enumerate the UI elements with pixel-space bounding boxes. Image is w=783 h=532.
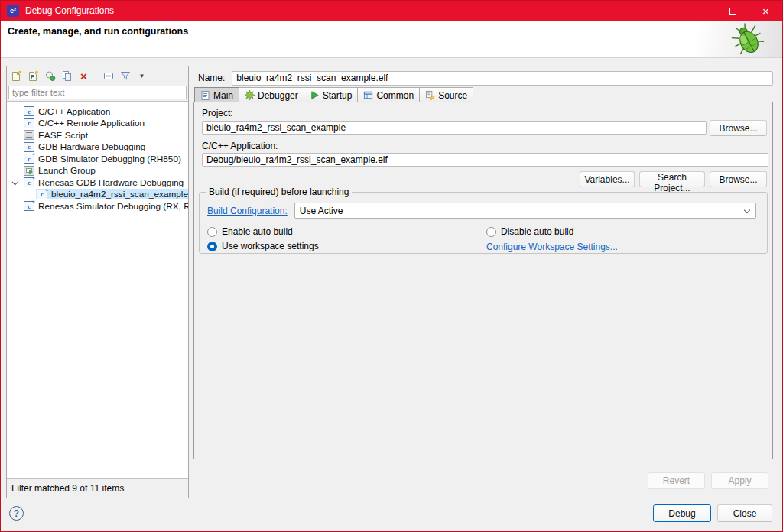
project-input[interactable] (202, 121, 707, 135)
close-dialog-button[interactable]: Close (717, 504, 772, 522)
radio-selected-icon[interactable] (207, 242, 217, 251)
chevron-down-icon[interactable] (11, 179, 18, 185)
filter-input[interactable] (8, 86, 187, 99)
tab-label: Main (213, 90, 233, 101)
build-configuration-value: Use Active (300, 206, 343, 216)
configuration-editor: Name: Main Debugger Startup C (193, 66, 773, 498)
export-launch-configurations-icon[interactable] (44, 70, 57, 83)
common-table-icon (363, 90, 373, 100)
tab-label: Debugger (258, 90, 298, 101)
minimize-icon (697, 11, 704, 11)
application-label: C/C++ Application: (202, 141, 278, 151)
tree-item-label: EASE Script (38, 130, 88, 141)
radio-label: Disable auto build (501, 226, 573, 237)
tree-item-label: bleuio_ra4m2_rssi_scan_example.elf (51, 189, 188, 200)
tab-debugger[interactable]: Debugger (239, 87, 304, 102)
application-browse-button[interactable]: Browse... (710, 171, 767, 187)
launch-group-icon (24, 166, 34, 176)
revert-button[interactable]: Revert (648, 472, 705, 489)
c-simulator-icon (24, 201, 34, 211)
debug-button[interactable]: Debug (653, 504, 711, 522)
e2studio-app-icon: e² (7, 5, 19, 17)
c-application-icon (24, 118, 34, 128)
tab-label: Startup (323, 90, 353, 101)
build-configuration-select[interactable]: Use Active (294, 203, 756, 219)
chevron-down-icon (744, 207, 750, 213)
duplicate-launch-configuration-icon[interactable] (60, 70, 73, 83)
enable-auto-build-radio[interactable]: Enable auto build (207, 226, 293, 237)
name-label: Name: (198, 73, 225, 83)
debugger-icon (245, 90, 255, 100)
tab-label: Source (438, 90, 467, 101)
tab-startup[interactable]: Startup (304, 87, 359, 102)
configurations-sidebar: P × ▼ C/C++ Applicati (6, 66, 189, 498)
collapse-all-icon[interactable] (102, 70, 115, 83)
tree-item-label: GDB Hardware Debugging (38, 141, 145, 152)
view-menu-icon[interactable]: ▼ (135, 70, 148, 83)
tree-item-ease-script[interactable]: EASE Script (7, 129, 188, 141)
dialog-footer: ? Debug Close (1, 498, 782, 531)
tree-item-renesas-simulator-debugging[interactable]: Renesas Simulator Debugging (RX, RL78) (7, 200, 188, 212)
minimize-button[interactable] (684, 1, 716, 21)
disable-auto-build-radio[interactable]: Disable auto build (486, 226, 573, 237)
tree-item-gdb-simulator-debugging[interactable]: GDB Simulator Debugging (RH850) (7, 153, 188, 165)
header-banner: Create, manage, and run configurations (1, 21, 782, 58)
maximize-button[interactable] (716, 1, 749, 21)
tree-item-label: Renesas Simulator Debugging (RX, RL78) (38, 201, 188, 212)
configure-workspace-settings-link[interactable]: Configure Workspace Settings... (486, 242, 618, 252)
main-tab-content: Project: Browse... C/C++ Application: Va… (193, 102, 773, 459)
startup-play-icon (310, 90, 320, 100)
radio-icon[interactable] (207, 227, 217, 237)
close-icon: × (762, 5, 769, 17)
debug-configurations-dialog: e² Debug Configurations × Create, manage… (0, 0, 783, 532)
script-icon (24, 130, 34, 140)
maximize-icon (729, 8, 736, 15)
tree-item-label: C/C++ Remote Application (38, 118, 145, 128)
sidebar-toolbar: P × ▼ (7, 66, 188, 85)
c-application-icon (24, 142, 34, 152)
radio-label: Use workspace settings (222, 241, 319, 251)
tree-item-cpp-application[interactable]: C/C++ Application (7, 105, 188, 118)
tab-main[interactable]: Main (194, 87, 239, 102)
help-button[interactable]: ? (9, 506, 24, 521)
dialog-body: P × ▼ C/C++ Applicati (1, 59, 782, 498)
tree-item-label: C/C++ Application (38, 106, 110, 117)
build-group-title: Build (if required) before launching (206, 187, 352, 197)
application-input[interactable] (202, 153, 768, 167)
titlebar[interactable]: e² Debug Configurations × (1, 1, 782, 21)
source-icon (425, 90, 435, 100)
radio-label: Enable auto build (222, 226, 293, 237)
radio-icon[interactable] (486, 227, 496, 237)
configuration-tree: C/C++ Application C/C++ Remote Applicati… (7, 101, 188, 479)
tab-source[interactable]: Source (419, 87, 473, 102)
tab-label: Common (376, 90, 414, 101)
c-simulator-icon (24, 154, 34, 164)
search-project-button[interactable]: Search Project... (639, 171, 705, 187)
svg-text:P: P (31, 73, 35, 80)
toolbar-separator (96, 70, 96, 81)
tree-item-label: GDB Simulator Debugging (RH850) (38, 154, 181, 164)
variables-button[interactable]: Variables... (580, 171, 635, 187)
new-launch-configuration-icon[interactable] (10, 70, 23, 83)
selected-highlight: bleuio_ra4m2_rssi_scan_example.elf (36, 189, 188, 200)
delete-launch-configuration-icon[interactable]: × (77, 70, 90, 83)
window-title: Debug Configurations (25, 5, 684, 16)
tree-item-cpp-remote-application[interactable]: C/C++ Remote Application (7, 118, 188, 130)
project-label: Project: (202, 108, 233, 118)
name-input[interactable] (232, 71, 773, 86)
tree-item-label: Renesas GDB Hardware Debugging (38, 177, 184, 188)
document-icon (200, 90, 210, 101)
filter-status-text: Filter matched 9 of 11 items (7, 479, 188, 498)
tab-bar: Main Debugger Startup Common Source (194, 87, 473, 102)
tab-common[interactable]: Common (357, 87, 420, 102)
page-title: Create, manage, and run configurations (8, 26, 188, 37)
apply-button[interactable]: Apply (711, 472, 768, 489)
tree-item-renesas-gdb-hardware-debugging[interactable]: Renesas GDB Hardware Debugging (7, 177, 188, 189)
project-browse-button[interactable]: Browse... (710, 120, 767, 136)
filter-launch-configurations-icon[interactable] (119, 70, 132, 83)
build-group: Build (if required) before launching Bui… (199, 192, 768, 254)
c-application-icon (24, 106, 34, 116)
use-workspace-settings-radio[interactable]: Use workspace settings (207, 241, 319, 251)
build-configuration-link[interactable]: Build Configuration: (207, 206, 288, 216)
new-launch-prototype-icon[interactable]: P (27, 70, 40, 83)
